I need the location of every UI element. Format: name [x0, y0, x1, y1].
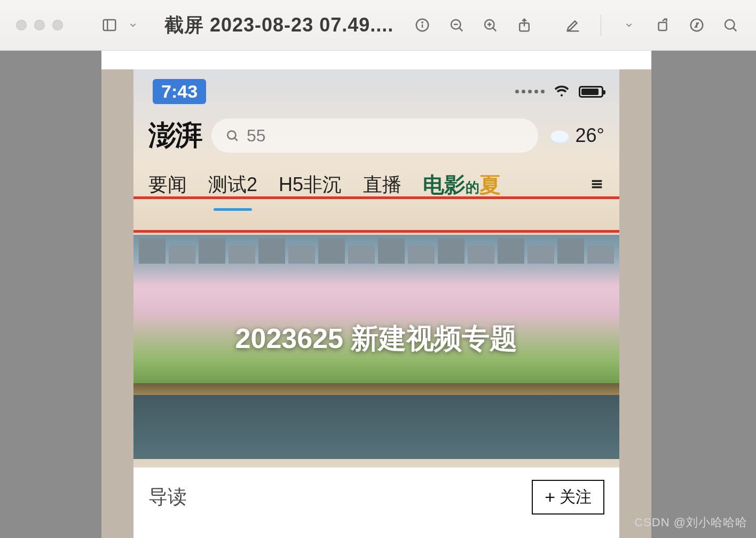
tab-zhibo[interactable]: 直播 — [363, 172, 401, 198]
hero-river — [133, 395, 619, 459]
svg-point-17 — [725, 20, 735, 29]
cloud-icon — [548, 124, 571, 147]
markup-button[interactable] — [563, 15, 582, 35]
svg-rect-0 — [104, 20, 116, 30]
minimize-window-button[interactable] — [34, 20, 45, 30]
markup-menu-chevron[interactable] — [619, 15, 639, 35]
svg-point-4 — [422, 22, 423, 23]
tab-ceshi2[interactable]: 测试2 — [208, 172, 257, 198]
svg-rect-15 — [659, 22, 667, 30]
hero-title: 2023625 新建视频专题 — [133, 320, 619, 358]
sidebar-menu-chevron[interactable] — [123, 15, 143, 35]
svg-line-9 — [493, 28, 496, 31]
tab-yaowen[interactable]: 要闻 — [148, 172, 187, 198]
phone-screen: 7:43 澎湃 55 — [133, 69, 619, 538]
watermark: CSDN @刘小哈哈哈 — [634, 515, 747, 531]
status-time: 7:43 — [153, 79, 206, 104]
app-logo[interactable]: 澎湃 — [148, 117, 202, 154]
rotate-button[interactable] — [653, 15, 672, 35]
sidebar-toggle-button[interactable] — [99, 15, 120, 35]
mac-toolbar: 截屏 2023-08-23 07.49.... — [0, 0, 756, 51]
fullscreen-window-button[interactable] — [52, 20, 63, 30]
highlight-button[interactable] — [687, 15, 706, 35]
search-input[interactable]: 55 — [211, 118, 538, 153]
tab-h5[interactable]: H5非沉 — [279, 172, 342, 198]
svg-line-6 — [459, 28, 462, 31]
svg-point-23 — [550, 131, 568, 143]
temperature: 26° — [576, 124, 604, 147]
hero-banner[interactable]: 2023625 新建视频专题 — [133, 235, 619, 459]
follow-label: 关注 — [560, 486, 592, 508]
movie-tab-word2: 的 — [466, 180, 479, 195]
weather-widget[interactable]: 26° — [548, 124, 604, 147]
screenshot-canvas: 7:43 澎湃 55 — [101, 51, 651, 538]
movie-tab-word3: 夏 — [479, 173, 501, 197]
info-button[interactable] — [413, 15, 432, 35]
search-icon — [225, 129, 239, 143]
plus-icon: + — [545, 487, 555, 508]
svg-line-20 — [234, 138, 237, 140]
top-white-band — [101, 51, 651, 69]
battery-icon — [579, 86, 603, 98]
search-text: 55 — [247, 126, 266, 146]
svg-point-19 — [227, 131, 235, 139]
hero-skyline — [133, 238, 619, 270]
section-header: 导读 + 关注 — [133, 468, 619, 526]
search-button[interactable] — [721, 15, 740, 35]
content-area: 7:43 澎湃 55 — [0, 51, 756, 538]
toolbar-divider — [601, 14, 601, 36]
close-window-button[interactable] — [16, 20, 27, 30]
follow-button[interactable]: + 关注 — [532, 480, 604, 515]
zoom-in-button[interactable] — [481, 15, 500, 35]
hero-bank — [133, 383, 619, 396]
status-bar: 7:43 — [133, 69, 619, 109]
wifi-icon — [553, 82, 570, 101]
app-header: 澎湃 55 26° — [133, 109, 619, 159]
window-controls — [16, 20, 63, 30]
window-title: 截屏 2023-08-23 07.49.... — [164, 12, 393, 38]
svg-line-18 — [733, 28, 736, 31]
nav-menu-button[interactable] — [589, 174, 604, 196]
tab-movie-summer[interactable]: 电影的夏 — [423, 170, 501, 200]
nav-tabs: 要闻 测试2 H5非沉 直播 电影的夏 — [133, 159, 619, 206]
section-guide-label: 导读 — [148, 484, 187, 510]
share-button[interactable] — [515, 15, 534, 35]
movie-tab-word1: 电影 — [423, 173, 466, 197]
zoom-out-button[interactable] — [447, 15, 466, 35]
cellular-indicator-icon — [515, 90, 545, 93]
